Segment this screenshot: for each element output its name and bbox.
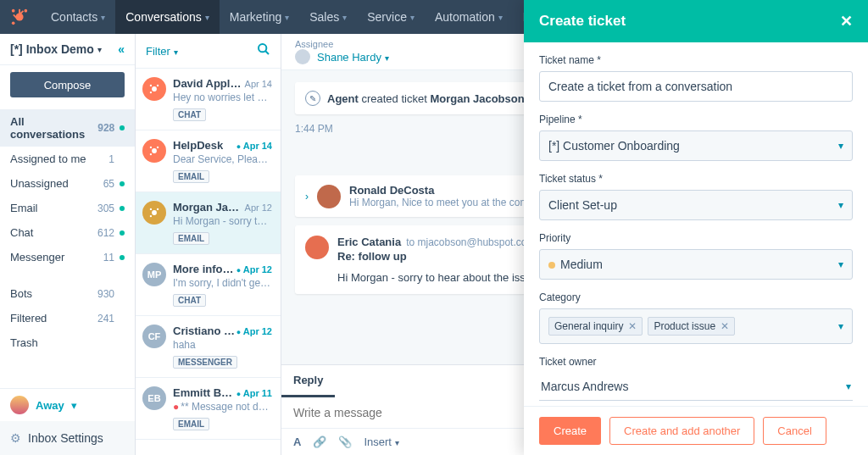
inbox-settings-link[interactable]: ⚙ Inbox Settings [0, 421, 135, 455]
sidebar-item[interactable]: Messenger11 [0, 245, 135, 269]
sidebar-item[interactable]: Email305 [0, 196, 135, 220]
svg-point-2 [12, 9, 15, 13]
remove-chip-icon[interactable]: ✕ [721, 320, 729, 332]
nav-item[interactable]: Sales▾ [299, 0, 357, 34]
hubspot-logo-icon [10, 8, 29, 26]
sidebar-item[interactable]: Assigned to me1 [0, 147, 135, 171]
nav-item[interactable]: Service▾ [357, 0, 425, 34]
category-select[interactable]: General inquiry ✕Product issue ✕▾ [539, 308, 853, 344]
sender-avatar [305, 236, 329, 259]
inbox-sidebar: [*] Inbox Demo ▾ « Compose All conversat… [0, 34, 136, 455]
svg-point-7 [259, 44, 266, 52]
field-label: Category [539, 291, 853, 303]
filter-dropdown[interactable]: Filter ▾ [146, 45, 178, 58]
assignee-avatar [295, 49, 310, 64]
text-format-icon[interactable]: A [293, 436, 301, 448]
cancel-button[interactable]: Cancel [763, 417, 826, 445]
svg-point-17 [152, 210, 157, 215]
sidebar-item[interactable]: All conversations928 [0, 109, 135, 147]
create-ticket-panel: Create ticket ✕ Ticket name Create a tic… [524, 0, 868, 455]
assignee-dropdown[interactable]: Shane Hardy ▾ [317, 51, 389, 64]
svg-point-9 [152, 86, 157, 92]
ticket-status-select[interactable]: Client Set-up▾ [539, 190, 853, 220]
ticket-name-input[interactable]: Create a ticket from a conversation [539, 71, 853, 102]
remove-chip-icon[interactable]: ✕ [628, 320, 637, 332]
close-icon[interactable]: ✕ [840, 12, 853, 31]
conversation-item[interactable]: EBEmmitt BednarApr 11●** Message not del… [136, 378, 281, 440]
sender-avatar [317, 185, 341, 208]
conversation-item[interactable]: HelpDeskApr 14Dear Service, Please chang… [136, 130, 281, 192]
priority-select[interactable]: Medium▾ [539, 249, 853, 280]
search-icon[interactable] [257, 42, 270, 59]
conversation-item[interactable]: CFCristiano FortestApr 12hahaMESSENGER [136, 316, 281, 378]
panel-title: Create ticket [539, 13, 626, 30]
link-icon[interactable]: 🔗 [313, 436, 326, 448]
svg-point-3 [12, 22, 15, 25]
chevron-down-icon: ▾ [71, 399, 77, 412]
availability-status[interactable]: Away ▾ [0, 389, 135, 421]
sidebar-item[interactable]: Bots930 [0, 281, 135, 306]
svg-point-13 [152, 148, 157, 153]
field-label: Pipeline [539, 114, 853, 125]
nav-item[interactable]: Automation▾ [425, 0, 513, 34]
nav-item[interactable]: Marketing▾ [220, 0, 299, 34]
sidebar-item[interactable]: Filtered241 [0, 306, 135, 330]
ticket-icon: ✎ [305, 91, 320, 106]
conversation-item[interactable]: Morgan JacobsonApr 12Hi Morgan - sorry t… [136, 192, 281, 254]
conversation-list: Filter ▾ David ApplebyApr 14Hey no worri… [136, 34, 281, 455]
field-label: Priority [539, 232, 853, 244]
pipeline-select[interactable]: [*] Customer Onboarding▾ [539, 130, 853, 161]
svg-point-10 [157, 85, 159, 86]
nav-item[interactable]: Contacts▾ [41, 0, 115, 34]
category-chip[interactable]: General inquiry ✕ [548, 317, 643, 336]
svg-point-1 [25, 9, 28, 13]
attachment-icon[interactable]: 📎 [338, 436, 352, 448]
svg-point-18 [157, 208, 159, 210]
svg-point-16 [150, 153, 152, 155]
field-label: Ticket status [539, 173, 853, 185]
insert-dropdown[interactable]: Insert ▾ [364, 436, 398, 448]
field-label: Ticket owner [539, 356, 853, 368]
nav-item[interactable]: Conversations▾ [115, 0, 220, 34]
conversation-item[interactable]: MPMore info on Produ...Apr 12I'm sorry, … [136, 254, 281, 316]
field-label: Ticket name [539, 54, 853, 66]
svg-point-15 [150, 147, 152, 148]
svg-line-8 [265, 51, 269, 54]
inbox-title[interactable]: [*] Inbox Demo [10, 42, 94, 56]
user-avatar [10, 396, 29, 414]
svg-point-20 [150, 215, 152, 217]
conversation-item[interactable]: David ApplebyApr 14Hey no worries let ge… [136, 69, 281, 130]
svg-point-12 [150, 92, 152, 93]
collapse-sidebar-icon[interactable]: « [118, 42, 125, 56]
sidebar-item[interactable]: Chat612 [0, 220, 135, 245]
sidebar-item[interactable]: Unassigned65 [0, 171, 135, 196]
svg-point-19 [150, 208, 152, 210]
gear-icon: ⚙ [10, 431, 21, 445]
create-button[interactable]: Create [539, 417, 601, 445]
ticket-owner-select[interactable]: Marcus Andrews▾ [539, 373, 853, 401]
sidebar-item[interactable]: Trash [0, 330, 135, 355]
chevron-down-icon: ▾ [97, 45, 102, 54]
svg-point-11 [150, 85, 152, 86]
reply-tab[interactable]: Reply [281, 365, 335, 397]
compose-button[interactable]: Compose [10, 72, 125, 97]
category-chip[interactable]: Product issue ✕ [648, 317, 735, 336]
svg-point-14 [157, 147, 159, 148]
create-and-add-button[interactable]: Create and add another [609, 417, 754, 445]
chevron-right-icon: › [305, 191, 309, 203]
